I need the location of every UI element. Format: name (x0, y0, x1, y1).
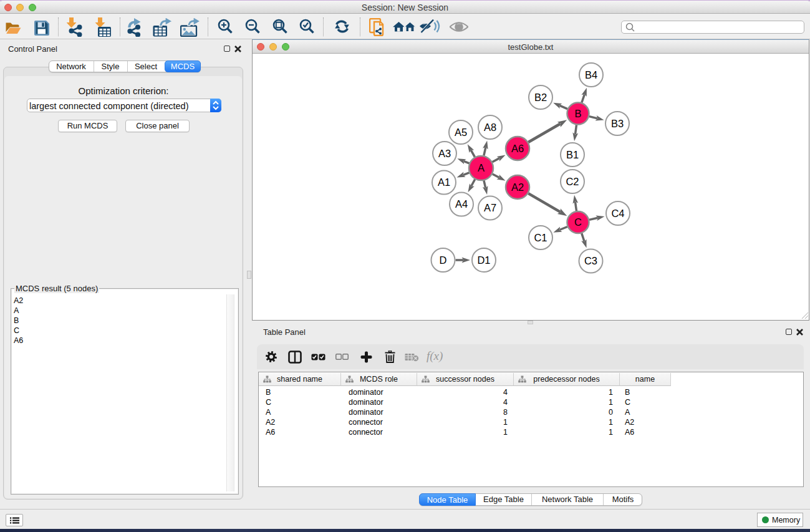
svg-text:A2: A2 (511, 181, 524, 193)
svg-text:A: A (478, 162, 485, 173)
svg-text:A7: A7 (484, 202, 496, 213)
svg-text:C1: C1 (534, 232, 547, 243)
svg-text:C: C (574, 216, 582, 228)
svg-text:B4: B4 (585, 69, 597, 80)
svg-text:B3: B3 (611, 118, 624, 129)
svg-text:A3: A3 (438, 148, 451, 159)
svg-text:B1: B1 (566, 149, 579, 160)
svg-text:B2: B2 (534, 92, 547, 103)
svg-text:D: D (440, 254, 447, 266)
svg-text:C2: C2 (566, 176, 579, 187)
svg-text:D1: D1 (477, 254, 490, 266)
svg-text:B: B (574, 108, 581, 119)
svg-text:C3: C3 (584, 255, 597, 266)
svg-text:A6: A6 (511, 143, 524, 154)
svg-text:A4: A4 (455, 198, 468, 210)
svg-text:A1: A1 (438, 177, 450, 188)
svg-text:A8: A8 (484, 122, 496, 133)
svg-text:A5: A5 (455, 127, 467, 138)
svg-text:C4: C4 (611, 208, 624, 219)
